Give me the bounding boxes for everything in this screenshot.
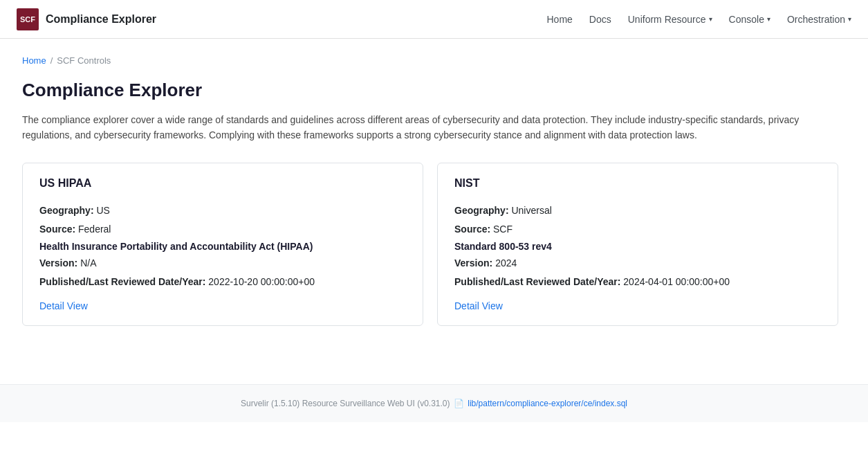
nav-link-home[interactable]: Home: [546, 14, 572, 25]
document-icon: 📄: [454, 399, 464, 408]
nav-link-uniform-resource[interactable]: Uniform Resource ▾: [628, 14, 712, 25]
card-us-hipaa-standard: Health Insurance Portability and Account…: [39, 241, 406, 252]
card-us-hipaa-title: US HIPAA: [39, 177, 406, 190]
card-nist-title: NIST: [454, 177, 821, 190]
chevron-down-icon: ▾: [767, 15, 770, 23]
breadcrumb-separator: /: [50, 55, 53, 66]
card-us-hipaa-published: Published/Last Reviewed Date/Year: 2022-…: [39, 275, 406, 289]
footer: Survelir (1.5.10) Resource Surveillance …: [0, 384, 868, 422]
chevron-down-icon: ▾: [848, 15, 851, 23]
breadcrumb: Home / SCF Controls: [22, 55, 846, 66]
card-nist-geography: Geography: Universal: [454, 203, 821, 218]
card-us-hipaa-detail-link[interactable]: Detail View: [39, 300, 88, 311]
navbar: SCF Compliance Explorer Home Docs Unifor…: [0, 0, 868, 39]
page-description: The compliance explorer cover a wide ran…: [22, 112, 838, 143]
nav-link-docs[interactable]: Docs: [589, 14, 611, 25]
breadcrumb-current: SCF Controls: [57, 55, 111, 66]
nav-links: Home Docs Uniform Resource ▾ Console ▾ O…: [546, 14, 851, 25]
nav-link-orchestration[interactable]: Orchestration ▾: [787, 14, 851, 25]
nav-logo: SCF: [17, 8, 39, 30]
nav-brand: SCF Compliance Explorer: [17, 8, 156, 30]
card-nist-version: Version: 2024: [454, 256, 821, 271]
footer-text: Survelir (1.5.10) Resource Surveillance …: [241, 399, 450, 408]
card-us-hipaa-source: Source: Federal: [39, 222, 406, 237]
card-nist: NIST Geography: Universal Source: SCF St…: [437, 163, 838, 326]
chevron-down-icon: ▾: [709, 15, 712, 23]
main-content: Home / SCF Controls Compliance Explorer …: [0, 39, 868, 343]
card-us-hipaa-version: Version: N/A: [39, 256, 406, 271]
card-nist-source: Source: SCF: [454, 222, 821, 237]
card-nist-published: Published/Last Reviewed Date/Year: 2024-…: [454, 275, 821, 289]
nav-link-console[interactable]: Console ▾: [729, 14, 770, 25]
breadcrumb-home[interactable]: Home: [22, 55, 46, 66]
footer-link[interactable]: lib/pattern/compliance-explorer/ce/index…: [468, 399, 627, 408]
nav-brand-title: Compliance Explorer: [46, 13, 156, 26]
page-title: Compliance Explorer: [22, 80, 846, 101]
card-nist-detail-link[interactable]: Detail View: [454, 300, 503, 311]
card-us-hipaa: US HIPAA Geography: US Source: Federal H…: [22, 163, 423, 326]
card-nist-standard: Standard 800-53 rev4: [454, 241, 821, 252]
card-us-hipaa-geography: Geography: US: [39, 203, 406, 218]
cards-grid: US HIPAA Geography: US Source: Federal H…: [22, 163, 838, 326]
